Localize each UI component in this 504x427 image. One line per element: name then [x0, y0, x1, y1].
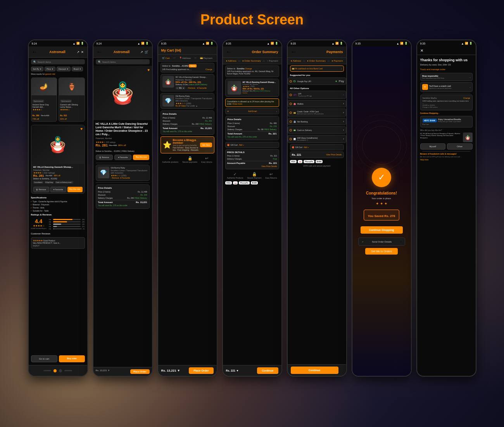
- radio-wallets[interactable]: [290, 103, 292, 105]
- remove-btn[interactable]: 🗑 Remove: [33, 187, 49, 192]
- related-remove[interactable]: - Remove: [111, 177, 119, 179]
- continue-btn-order[interactable]: Continue: [257, 367, 278, 374]
- view-price-pay[interactable]: View Price Details: [326, 153, 342, 156]
- cart-item-1[interactable]: 🪆 HC VILLA Dancing Ganesh Showp... Potte…: [161, 74, 214, 91]
- search-bar-2[interactable]: 🔍 Search items: [96, 59, 150, 64]
- back-icon-2[interactable]: ←: [97, 48, 103, 55]
- radio-card[interactable]: [290, 112, 292, 114]
- filter-brand[interactable]: Brand ▼: [72, 67, 83, 71]
- filter-price[interactable]: Price ▼: [45, 67, 55, 71]
- continue-shopping-link[interactable]: Continue Shopping ›: [420, 112, 473, 114]
- product-card-1[interactable]: 🪔 Sponsored Ancient Stone Gng Ganesh ido…: [31, 77, 57, 122]
- related-product[interactable]: 💎 Old Burma Ruby Excellent Colour / Tran…: [96, 165, 150, 181]
- view-price-link[interactable]: View Price Details: [227, 165, 277, 167]
- qty-minus[interactable]: −: [177, 87, 178, 89]
- fav-link-1[interactable]: ♥ Favourite: [197, 87, 207, 89]
- myself-btn[interactable]: Myself: [420, 143, 446, 150]
- gift-cart-pay[interactable]: 🎁 Gift Cart Add +: [290, 144, 344, 150]
- change-addr-link[interactable]: Change: [463, 97, 470, 99]
- remove-btn-2[interactable]: 🗑 Remove: [96, 155, 113, 160]
- nav-dot[interactable]: [59, 369, 62, 372]
- go-to-cart-btn[interactable]: Go to cart: [31, 355, 58, 362]
- payment-total-bar: Rs. 221 View Price Details: [290, 152, 344, 158]
- qty-control-1[interactable]: − 01 +: [176, 86, 186, 90]
- scratch-sub: Tap here to see you're card earn: [429, 87, 451, 89]
- nav-prev[interactable]: [43, 370, 51, 371]
- qty-plus[interactable]: +: [183, 87, 185, 89]
- pay-cod[interactable]: 💵 Cash on Delivery ›: [288, 126, 346, 134]
- related-favourite[interactable]: ♥ Favourite: [120, 177, 130, 179]
- favourite-btn-2[interactable]: ♥ Favourite: [114, 155, 131, 160]
- pay-emi[interactable]: 📊 EMI (Easy Installments) Not available …: [288, 135, 346, 143]
- detail-price-row: Rs. 281 Rs. 499 88% off: [96, 143, 150, 147]
- close-icon[interactable]: ✕: [81, 50, 84, 54]
- cart-item-2[interactable]: 💎 Old Burma Ruby Excellent Colour / Tran…: [161, 93, 214, 109]
- know-more-link[interactable]: Know more: [233, 103, 242, 105]
- filter-discount[interactable]: Discount ▼: [57, 67, 71, 71]
- get-to-orders-btn[interactable]: Get Me to Orders: [365, 248, 398, 255]
- order-item-1[interactable]: 🪆 HC VILLA Dancing Ganesh Showp... Polty…: [225, 79, 279, 97]
- place-order-btn-cart[interactable]: Place Order: [189, 367, 213, 374]
- radio-upi[interactable]: [290, 94, 292, 96]
- cashback-arrow: ›: [341, 67, 342, 70]
- close-icon-7[interactable]: ✕: [420, 48, 423, 53]
- share-icon-6: ↗: [362, 241, 363, 243]
- related-actions: - Remove ♥ Favourite: [111, 177, 148, 179]
- heart-icon[interactable]: ♥: [81, 127, 83, 131]
- time-5: 9:35: [291, 42, 296, 45]
- nav-dot-active[interactable]: [54, 369, 57, 372]
- order-invoice[interactable]: Invoice: [243, 92, 276, 94]
- back-icon-5[interactable]: ←: [291, 48, 297, 55]
- radio-netbanking[interactable]: [290, 121, 292, 123]
- track-link[interactable]: Track and manage order: [420, 68, 473, 71]
- remove-link-1[interactable]: - Remove: [187, 87, 195, 89]
- help-link[interactable]: Help here: [420, 158, 473, 161]
- change-link-3[interactable]: Change: [205, 68, 212, 71]
- pr-1: Price (1 Items)Rs. 321: [227, 155, 277, 157]
- favourite-btn[interactable]: ♥ Favourite: [50, 187, 66, 192]
- back-icon[interactable]: ←: [32, 48, 38, 55]
- cart-item-fav-link[interactable]: Fav under ▲: [186, 105, 198, 107]
- upi-info: UPI Pay by any UPI app: [298, 93, 312, 97]
- continue-btn-pay[interactable]: Continue: [291, 367, 338, 374]
- discount-2: 63% off: [60, 118, 83, 120]
- featured-name: HC VILLA Dancing Ganesh Showp...: [33, 166, 83, 169]
- back-icon-4[interactable]: ←: [226, 48, 232, 55]
- other-btn[interactable]: Other: [447, 143, 473, 150]
- share-icon[interactable]: ↗: [77, 50, 79, 54]
- filter-sort[interactable]: Sort By ▼: [31, 67, 44, 71]
- join-btn[interactable]: Join Now: [200, 143, 212, 147]
- pay-wallets[interactable]: 👛 Wallets ›: [288, 100, 346, 107]
- nav-next[interactable]: [64, 370, 72, 371]
- share-icon-2[interactable]: ↗: [140, 50, 143, 54]
- place-order-btn-2[interactable]: Place Order: [130, 369, 150, 374]
- send-order-bar[interactable]: ↗ Send Order Details ›: [358, 238, 405, 246]
- featured-product[interactable]: 🪆 ♥ HC VILLA Dancing Ganesh Showp... Pot…: [31, 125, 85, 194]
- pay-card[interactable]: 💳 Credit / Debit / ATM Card Add and save…: [288, 108, 346, 117]
- thanks-title: Thanks for shopping with us: [420, 58, 473, 62]
- add-email-bar[interactable]: ✉ Add Email ›: [225, 108, 279, 114]
- add-gift-pay[interactable]: Add +: [304, 146, 309, 148]
- cart-icon-2[interactable]: 🛒: [145, 50, 148, 54]
- search-bar-1[interactable]: 🔍 Search items: [31, 59, 85, 64]
- radio-gpay[interactable]: [290, 80, 292, 83]
- heart-icon-2[interactable]: ♥: [148, 68, 150, 72]
- order-change[interactable]: Change: [245, 67, 252, 70]
- pay-upi[interactable]: UPI UPI Pay by any UPI app ›: [288, 91, 346, 99]
- scratch-arrow: ›: [470, 86, 471, 88]
- gift-cart[interactable]: 🎁 Gift Cart Add +: [225, 142, 279, 148]
- buy-now-btn-2[interactable]: Buy this now: [133, 155, 149, 160]
- pay-option-gpay[interactable]: G Google Pay UPI ● Pay: [288, 77, 346, 85]
- add-gift-link[interactable]: Add +: [239, 144, 244, 146]
- radio-cod[interactable]: [290, 129, 292, 131]
- radio-emi[interactable]: [290, 138, 292, 140]
- price-details-label: PRICE DETAILS: [227, 151, 277, 153]
- sec-pay-icon: 🔒: [247, 172, 261, 176]
- continue-shopping-btn[interactable]: Continue Shopping: [361, 226, 403, 234]
- product-card-2[interactable]: 🏺 Sponsored Ganesh with Shining Lamp Sta…: [59, 77, 85, 122]
- order-content: Deliver to : Sombha Change 145 First bui…: [223, 64, 281, 353]
- buy-now-btn-main[interactable]: Buy now: [59, 355, 85, 362]
- thanks-address: Sambhur Madhu Change 123/2 building name…: [420, 95, 473, 110]
- pay-netbanking[interactable]: 🏦 Net Banking ›: [288, 118, 346, 125]
- buy-now-btn-1[interactable]: Buy this now: [67, 187, 83, 192]
